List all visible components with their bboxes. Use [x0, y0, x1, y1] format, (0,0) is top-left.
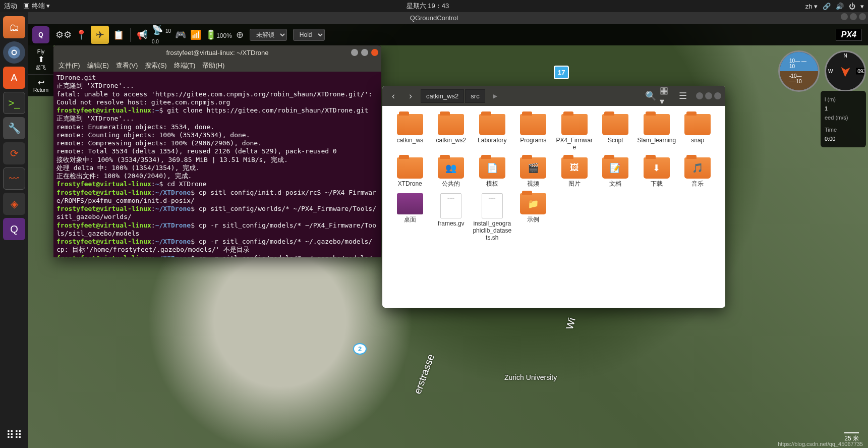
return-button[interactable]: ↩ Return: [28, 75, 53, 96]
terminal-line: fatal: unable to access 'https://gitee.c…: [56, 90, 378, 107]
power-icon[interactable]: ⏻: [849, 3, 855, 10]
clock[interactable]: 星期六 19：43: [50, 2, 805, 11]
map-waypoint-17[interactable]: 17: [554, 66, 569, 79]
file-item[interactable]: XTDrone: [390, 157, 430, 188]
dock-files[interactable]: 🗂: [3, 16, 25, 38]
qgc-logo[interactable]: Q: [32, 26, 49, 43]
volume-icon[interactable]: 🔊: [836, 3, 844, 10]
map-label-zurich: Zurich University: [504, 373, 557, 381]
dock-settings[interactable]: 🔧: [3, 117, 25, 139]
battery-icon[interactable]: 🔋100%: [205, 29, 232, 40]
file-icon: ≡≡≡: [482, 193, 503, 218]
announce-icon[interactable]: 📢: [137, 29, 148, 40]
file-label: 示例: [527, 216, 539, 223]
breadcrumb-segment[interactable]: catkin_ws2: [421, 89, 464, 103]
dock-chromium[interactable]: [3, 41, 25, 64]
folder-icon: 🖼: [561, 157, 588, 179]
terminal-menu-item[interactable]: 文件(F): [59, 61, 80, 70]
analyze-icon[interactable]: 📋: [113, 29, 124, 40]
arm-state-select[interactable]: 未解锁: [250, 29, 287, 41]
file-item[interactable]: Programs: [514, 114, 553, 151]
dropdown-icon[interactable]: ▾: [860, 3, 864, 10]
nav-back-btn[interactable]: ‹: [386, 89, 400, 103]
terminal-close-btn[interactable]: [371, 49, 378, 56]
qgc-toolbar: Q ⚙⚙ 📍 ✈ 📋 📢 📡 100.0 🎮 📶 🔋100% ⊕ 未解锁 Hol…: [28, 24, 868, 45]
network-icon[interactable]: 🔗: [823, 3, 831, 10]
app-menu[interactable]: ▣ 终端 ▾: [23, 2, 50, 11]
window-minimize-btn[interactable]: [841, 13, 848, 20]
terminal-line: frostyfeet@virtual-linux:~$ cd XTDrone: [56, 180, 378, 188]
gps-icon[interactable]: 📡 100.0: [152, 24, 171, 46]
terminal-menu-item[interactable]: 帮助(H): [202, 61, 224, 70]
qgc-side-panel: Fly ⬆ 起飞 ↩ Return: [28, 45, 53, 96]
file-icon: ≡≡≡: [440, 193, 461, 218]
file-item[interactable]: 桌面: [390, 193, 430, 241]
file-item[interactable]: Script: [596, 114, 635, 151]
terminal-menu-item[interactable]: 搜索(S): [145, 61, 166, 70]
menu-btn[interactable]: ☰: [676, 89, 690, 103]
file-item[interactable]: PX4_Firmware: [555, 114, 594, 151]
telemetry-panel: l (m) 1 eed (m/s) Time 0:00: [821, 45, 866, 147]
search-btn[interactable]: 🔍: [644, 89, 658, 103]
settings-icon[interactable]: ⚙⚙: [55, 29, 72, 40]
files-body[interactable]: catkin_wscatkin_ws2LaboratoryProgramsPX4…: [382, 106, 725, 308]
file-item[interactable]: Laboratory: [473, 114, 512, 151]
rc-icon[interactable]: 🎮: [175, 29, 186, 40]
terminal-line: TDrone.git: [56, 74, 378, 82]
file-item[interactable]: 👥公共的: [432, 157, 471, 188]
terminal-menu-item[interactable]: 编辑(E): [87, 61, 109, 70]
terminal-menu-item[interactable]: 终端(T): [174, 61, 196, 70]
file-label: 下载: [651, 181, 663, 188]
plane-icon[interactable]: ✈: [91, 26, 109, 44]
waypoint-icon[interactable]: 📍: [76, 29, 87, 40]
terminal-body[interactable]: TDrone.git正克隆到 'XTDrone'...fatal: unable…: [53, 72, 381, 257]
window-maximize-btn[interactable]: [850, 13, 857, 20]
file-item[interactable]: ⬇下载: [637, 157, 676, 188]
file-item[interactable]: 🎬视频: [514, 157, 553, 188]
dock-terminal[interactable]: >_: [3, 92, 25, 114]
nav-forward-btn[interactable]: ›: [403, 89, 418, 103]
show-applications[interactable]: ⠿⠿: [6, 429, 22, 442]
breadcrumb-arrow[interactable]: ▸: [488, 89, 502, 103]
file-label: 桌面: [404, 216, 416, 223]
px4-logo: PX4: [836, 29, 862, 41]
input-method[interactable]: zh ▾: [805, 3, 818, 10]
fly-button[interactable]: Fly ⬆ 起飞: [28, 45, 53, 75]
file-item[interactable]: Slam_learning: [637, 114, 676, 151]
file-item[interactable]: ≡≡≡frames.gv: [432, 193, 471, 241]
folder-icon: [479, 114, 505, 135]
terminal-titlebar[interactable]: frostyfeet@virtual-linux: ~/XTDrone: [53, 45, 381, 60]
dock-software[interactable]: A: [3, 67, 25, 89]
terminal-menu-item[interactable]: 查看(V): [116, 61, 138, 70]
files-minimize-btn[interactable]: [696, 92, 703, 99]
signal-icon[interactable]: 📶: [190, 29, 201, 40]
terminal-minimize-btn[interactable]: [351, 49, 358, 56]
file-item[interactable]: snap: [678, 114, 718, 151]
file-item[interactable]: ≡≡≡install_geographiclib_datasets.sh: [473, 193, 512, 241]
file-item[interactable]: 🖼图片: [555, 157, 594, 188]
files-close-btn[interactable]: [714, 92, 721, 99]
breadcrumb-segment[interactable]: src: [465, 89, 485, 103]
file-item[interactable]: 🎵音乐: [678, 157, 718, 188]
window-close-btn[interactable]: [859, 13, 866, 20]
map-waypoint-2[interactable]: 2: [353, 343, 367, 355]
file-item[interactable]: catkin_ws2: [432, 114, 471, 151]
file-item[interactable]: 📁示例: [514, 193, 553, 241]
view-toggle-btn[interactable]: ▦ ▾: [660, 89, 674, 103]
dock-monitor[interactable]: 〰: [3, 167, 25, 190]
file-item[interactable]: catkin_ws: [390, 114, 430, 151]
flight-mode-select[interactable]: Hold: [293, 29, 325, 41]
file-item[interactable]: 📝文档: [596, 157, 635, 188]
dock-qgc[interactable]: Q: [3, 218, 25, 240]
terminal-line: 接收对象中: 100% (3534/3534), 369.85 MiB | 13…: [56, 156, 378, 164]
dock-layers[interactable]: ◈: [3, 193, 25, 215]
terminal-maximize-btn[interactable]: [361, 49, 368, 56]
files-maximize-btn[interactable]: [705, 92, 712, 99]
dock-updates[interactable]: ⟳: [3, 142, 25, 164]
attitude-indicator[interactable]: 10— —10 -10— —-10: [778, 50, 820, 92]
activities-button[interactable]: 活动: [4, 2, 17, 11]
file-item[interactable]: 📄模板: [473, 157, 512, 188]
gps-lock-icon[interactable]: ⊕: [236, 29, 244, 40]
watermark: https://blog.csdn.net/qq_45067735: [778, 441, 863, 447]
folder-icon: [561, 114, 588, 135]
